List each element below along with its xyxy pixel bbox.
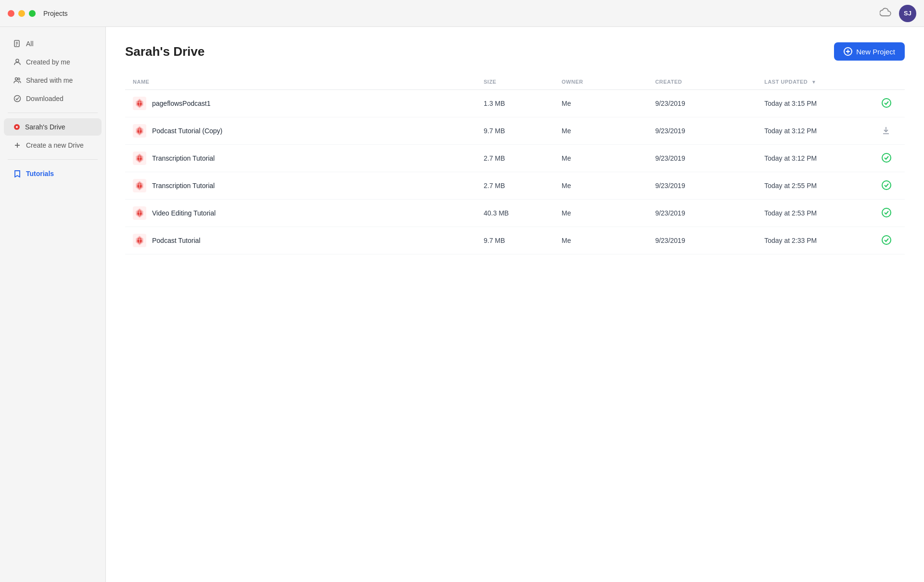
file-owner: Me <box>554 117 647 145</box>
file-size: 2.7 MB <box>476 172 554 200</box>
sidebar-drive-label: Sarah's Drive <box>25 123 65 131</box>
check-circle-icon <box>881 207 892 218</box>
table-row[interactable]: Transcription Tutorial 2.7 MB Me 9/23/20… <box>125 172 905 200</box>
tutorials-label: Tutorials <box>26 170 54 177</box>
file-owner: Me <box>554 200 647 227</box>
sidebar: All Created by me Shared with me Do <box>0 27 106 582</box>
file-project-icon <box>133 124 146 138</box>
table-row[interactable]: Transcription Tutorial 2.7 MB Me 9/23/20… <box>125 145 905 172</box>
file-created: 9/23/2019 <box>647 172 757 200</box>
file-name: pageflowsPodcast1 <box>152 100 210 107</box>
file-updated: Today at 3:12 PM <box>757 117 873 145</box>
file-created: 9/23/2019 <box>647 227 757 254</box>
person-icon <box>13 58 21 66</box>
col-header-created: CREATED <box>647 74 757 90</box>
file-name-cell: Transcription Tutorial <box>125 172 476 200</box>
svg-point-21 <box>882 99 891 107</box>
file-project-icon <box>133 179 146 192</box>
sidebar-item-all-label: All <box>26 40 34 48</box>
people-icon <box>13 76 21 84</box>
sidebar-divider-2 <box>8 159 98 160</box>
file-owner: Me <box>554 172 647 200</box>
file-created: 9/23/2019 <box>647 145 757 172</box>
table-row[interactable]: Podcast Tutorial 9.7 MB Me 9/23/2019 Tod… <box>125 227 905 254</box>
check-circle-icon <box>881 180 892 190</box>
sidebar-item-shared-with-me[interactable]: Shared with me <box>4 72 102 89</box>
circle-check-icon <box>13 95 21 102</box>
new-project-button[interactable]: New Project <box>834 42 905 61</box>
svg-point-36 <box>882 153 891 162</box>
col-header-size: SIZE <box>476 74 554 90</box>
file-owner: Me <box>554 90 647 117</box>
minimize-button[interactable] <box>18 10 25 17</box>
file-status <box>873 145 905 172</box>
maximize-button[interactable] <box>29 10 36 17</box>
col-header-status <box>873 74 905 90</box>
svg-point-4 <box>16 59 19 62</box>
file-name: Video Editing Tutorial <box>152 209 216 217</box>
file-size: 9.7 MB <box>476 117 554 145</box>
file-updated: Today at 3:15 PM <box>757 90 873 117</box>
sort-arrow-icon: ▼ <box>811 79 816 85</box>
file-size: 1.3 MB <box>476 90 554 117</box>
col-header-updated[interactable]: LAST UPDATED ▼ <box>757 74 873 90</box>
table-row[interactable]: Podcast Tutorial (Copy) 9.7 MB Me 9/23/2… <box>125 117 905 145</box>
doc-icon <box>13 40 21 48</box>
download-icon <box>881 126 891 135</box>
sidebar-item-all[interactable]: All <box>4 35 102 52</box>
file-name-cell: pageflowsPodcast1 <box>125 90 476 117</box>
file-project-icon <box>133 206 146 220</box>
file-size: 2.7 MB <box>476 145 554 172</box>
table-row[interactable]: pageflowsPodcast1 1.3 MB Me 9/23/2019 To… <box>125 90 905 117</box>
app-title: Projects <box>43 10 68 17</box>
check-circle-icon <box>881 235 892 245</box>
svg-point-57 <box>882 236 891 244</box>
file-status <box>873 172 905 200</box>
sidebar-item-created-by-me[interactable]: Created by me <box>4 53 102 71</box>
file-status <box>873 90 905 117</box>
file-updated: Today at 2:55 PM <box>757 172 873 200</box>
file-owner: Me <box>554 145 647 172</box>
table-row[interactable]: Video Editing Tutorial 40.3 MB Me 9/23/2… <box>125 200 905 227</box>
file-name-cell: Video Editing Tutorial <box>125 200 476 227</box>
drive-icon <box>13 124 20 130</box>
sidebar-tutorials[interactable]: Tutorials <box>4 165 102 182</box>
file-name: Transcription Tutorial <box>152 182 215 190</box>
file-table-body: pageflowsPodcast1 1.3 MB Me 9/23/2019 To… <box>125 90 905 254</box>
file-status <box>873 117 905 145</box>
sidebar-drive-sarahs[interactable]: Sarah's Drive <box>4 118 102 136</box>
bookmark-icon <box>13 170 21 177</box>
svg-point-6 <box>18 78 20 80</box>
sidebar-item-downloaded-label: Downloaded <box>26 95 64 102</box>
file-size: 40.3 MB <box>476 200 554 227</box>
drive-title: Sarah's Drive <box>125 44 205 59</box>
svg-point-7 <box>14 96 21 102</box>
close-button[interactable] <box>8 10 14 17</box>
plus-circle-icon <box>844 47 852 56</box>
sidebar-create-drive[interactable]: Create a new Drive <box>4 137 102 154</box>
titlebar-right: SJ <box>880 5 916 22</box>
svg-point-5 <box>15 78 18 80</box>
main-content: Sarah's Drive New Project NAME SIZE OWNE… <box>106 27 924 582</box>
svg-point-50 <box>882 208 891 217</box>
new-project-label: New Project <box>856 48 895 56</box>
file-created: 9/23/2019 <box>647 117 757 145</box>
file-project-icon <box>133 97 146 110</box>
sidebar-item-downloaded[interactable]: Downloaded <box>4 90 102 107</box>
layout: All Created by me Shared with me Do <box>0 27 924 582</box>
file-status <box>873 227 905 254</box>
avatar[interactable]: SJ <box>899 5 916 22</box>
col-header-owner: OWNER <box>554 74 647 90</box>
file-updated: Today at 2:53 PM <box>757 200 873 227</box>
sidebar-item-shared-label: Shared with me <box>26 76 73 84</box>
file-project-icon <box>133 152 146 165</box>
svg-point-9 <box>16 126 18 128</box>
file-name: Transcription Tutorial <box>152 154 215 162</box>
file-name-cell: Podcast Tutorial <box>125 227 476 254</box>
file-created: 9/23/2019 <box>647 90 757 117</box>
create-drive-label: Create a new Drive <box>26 141 84 149</box>
file-name-cell: Podcast Tutorial (Copy) <box>125 117 476 145</box>
file-updated: Today at 3:12 PM <box>757 145 873 172</box>
sidebar-item-created-label: Created by me <box>26 58 70 66</box>
traffic-lights <box>8 10 36 17</box>
